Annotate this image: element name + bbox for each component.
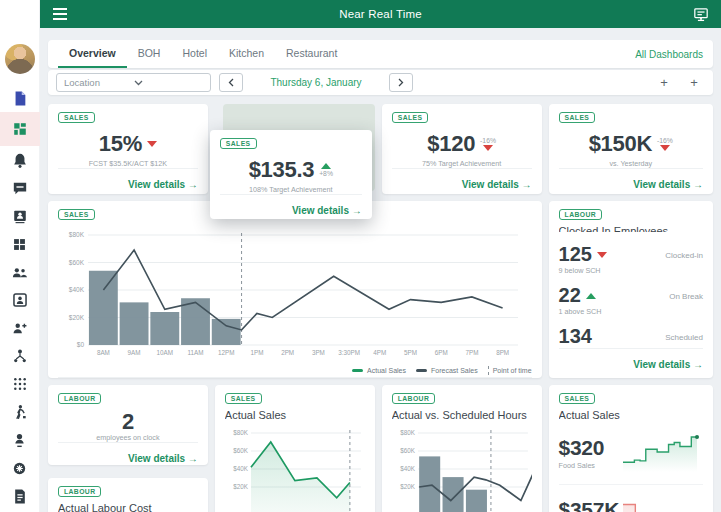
sidebar-item-apps[interactable] — [0, 370, 40, 398]
card-forecast-sales-dragging[interactable]: SALES Forecast Sales $135.3 +8% 108% Tar… — [210, 130, 372, 219]
svg-text:10AM: 10AM — [157, 349, 173, 356]
avatar[interactable] — [5, 44, 35, 74]
app-header: Near Real Time — [40, 0, 721, 28]
sidebar — [0, 0, 40, 512]
location-select[interactable]: Location — [56, 73, 211, 92]
metric-value: 125 — [559, 243, 592, 266]
sidebar-item-person-add[interactable] — [0, 314, 40, 342]
card-actual-sales-breakdown: SALES Actual Sales $320Food Sales$357KDr… — [549, 385, 713, 512]
card-actual-vs-scheduled-hours: LABOUR Actual vs. Scheduled Hours $20K$4… — [382, 385, 542, 512]
sales-badge: SALES — [392, 112, 429, 123]
dashed-line-swatch — [488, 366, 489, 375]
all-dashboards-link[interactable]: All Dashboards — [635, 49, 703, 60]
arrow-right-icon: → — [693, 179, 703, 190]
sidebar-item-walking-person[interactable] — [0, 398, 40, 426]
sidebar-item-people[interactable] — [0, 258, 40, 286]
dashboard-content: OverviewBOHHotelKitchenRestaurant All Da… — [40, 28, 721, 512]
svg-text:$20K: $20K — [69, 314, 85, 321]
kpi-value: 15% — [99, 131, 142, 157]
trend-up-icon — [586, 293, 596, 299]
svg-text:$40K: $40K — [233, 465, 248, 472]
kpi-subtext: 75% Target Achievement — [392, 159, 532, 168]
card-actuals-vs-forecast-sales: SALES Actuals vs. Forecast Sales 15% FCS… — [48, 104, 208, 194]
breakdown-label: Food Sales — [559, 461, 605, 470]
actual-sales-trend-chart: $20K$40K$60K$80K — [225, 423, 365, 512]
sidebar-item-file[interactable] — [0, 84, 40, 112]
hierarchy-icon — [12, 348, 28, 364]
kpi-value: $135.3 — [249, 157, 315, 183]
sidebar-item-dashboard[interactable] — [0, 112, 40, 146]
walking-person-icon — [12, 404, 27, 421]
view-details-link[interactable]: View details → — [292, 205, 362, 216]
legend-item: Actual Sales — [352, 367, 406, 374]
view-details-link[interactable]: View details → — [128, 179, 198, 190]
view-details-link[interactable]: View details → — [128, 453, 198, 464]
settings-icon — [12, 461, 27, 476]
trend-up-icon — [321, 163, 331, 169]
app-root: Near Real Time OverviewBOHHotelKitchenRe… — [0, 0, 721, 512]
arrow-right-icon: → — [693, 359, 703, 370]
trend-label: +8% — [319, 170, 333, 177]
labour-badge: LABOUR — [392, 393, 435, 404]
arrow-right-icon: → — [352, 205, 362, 216]
view-details-link[interactable]: View details → — [462, 179, 532, 190]
sales-badge: SALES — [225, 393, 262, 404]
tab-boh[interactable]: BOH — [127, 40, 172, 68]
sidebar-item-contact-card[interactable] — [0, 202, 40, 230]
svg-text:12PM: 12PM — [218, 349, 234, 356]
sidebar-item-person-pin[interactable] — [0, 426, 40, 454]
svg-text:6PM: 6PM — [435, 349, 448, 356]
date-label[interactable]: Thursday 6, January — [251, 77, 381, 88]
tab-restaurant[interactable]: Restaurant — [275, 40, 348, 68]
apps-icon — [13, 377, 27, 391]
card-actual-sales-trend: SALES Actual Sales $20K$40K$60K$80K — [215, 385, 375, 512]
food-sales-spark — [619, 428, 703, 478]
add-dashboard-button[interactable]: + — [683, 73, 705, 92]
display-icon[interactable] — [691, 4, 711, 24]
svg-text:$60K: $60K — [233, 447, 248, 454]
view-details-link[interactable]: View details → — [633, 179, 703, 190]
breakdown-value: $320 — [559, 436, 605, 460]
svg-text:5PM: 5PM — [404, 349, 417, 356]
chat-icon — [12, 181, 28, 196]
svg-text:3PM: 3PM — [312, 349, 325, 356]
tab-kitchen[interactable]: Kitchen — [218, 40, 275, 68]
arrow-right-icon: → — [188, 453, 198, 464]
chart-legend: Actual SalesForecast SalesPoint of time — [352, 366, 532, 375]
svg-text:11AM: 11AM — [188, 349, 204, 356]
card-actual-vs-forecast-chart: SALES Actual vs. Forecast Sales $0$20K$4… — [48, 201, 542, 378]
contact-card-icon — [12, 208, 28, 224]
trend-label: -16% — [480, 137, 496, 144]
sales-badge: SALES — [559, 112, 596, 123]
svg-text:4PM: 4PM — [373, 349, 386, 356]
svg-text:3:30PM: 3:30PM — [338, 349, 360, 356]
labour-badge: LABOUR — [559, 209, 602, 220]
sidebar-item-grid[interactable] — [0, 230, 40, 258]
sidebar-item-chat[interactable] — [0, 174, 40, 202]
sales-badge: SALES — [58, 112, 95, 123]
metric-value: 134 — [559, 325, 592, 348]
add-widget-button[interactable]: + — [653, 73, 675, 92]
labour-card-stack: LABOUR Employees Near Overtime 2 employe… — [48, 385, 208, 512]
person-badge-icon — [12, 292, 28, 308]
svg-text:8AM: 8AM — [97, 349, 110, 356]
hamburger-menu-icon[interactable] — [50, 4, 70, 24]
sidebar-item-bell[interactable] — [0, 146, 40, 174]
tab-overview[interactable]: Overview — [58, 40, 127, 68]
line-swatch — [352, 369, 363, 372]
line-swatch — [416, 369, 427, 372]
next-day-button[interactable] — [389, 73, 413, 92]
svg-text:9AM: 9AM — [128, 349, 141, 356]
view-details-link[interactable]: View details → — [633, 359, 703, 370]
svg-text:$20K: $20K — [233, 483, 248, 490]
page-title: Near Real Time — [70, 8, 691, 20]
prev-day-button[interactable] — [219, 73, 243, 92]
tab-hotel[interactable]: Hotel — [171, 40, 218, 68]
sidebar-item-person-badge[interactable] — [0, 286, 40, 314]
sidebar-item-notes[interactable] — [0, 482, 40, 510]
sidebar-item-settings[interactable] — [0, 454, 40, 482]
sidebar-item-hierarchy[interactable] — [0, 342, 40, 370]
clocked-metric-row: 1259 below SCHClocked-in — [559, 243, 703, 275]
labour-badge: LABOUR — [58, 393, 101, 404]
main-area: Near Real Time OverviewBOHHotelKitchenRe… — [40, 0, 721, 512]
